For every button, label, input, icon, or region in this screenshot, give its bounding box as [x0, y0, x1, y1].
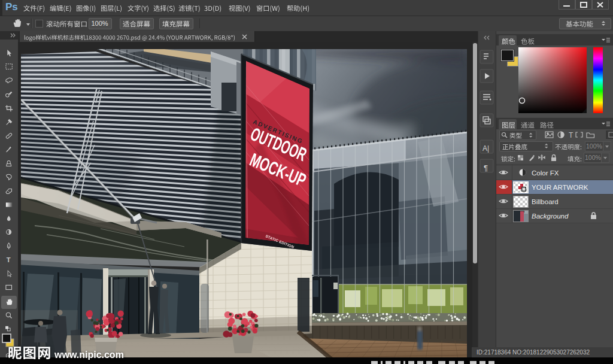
svg-text:A|: A| [482, 144, 489, 153]
svg-text:¶: ¶ [484, 163, 488, 172]
svg-text:www.nipic.com: www.nipic.com [54, 350, 124, 360]
svg-text:T: T [569, 131, 573, 139]
svg-text:T: T [7, 256, 11, 263]
